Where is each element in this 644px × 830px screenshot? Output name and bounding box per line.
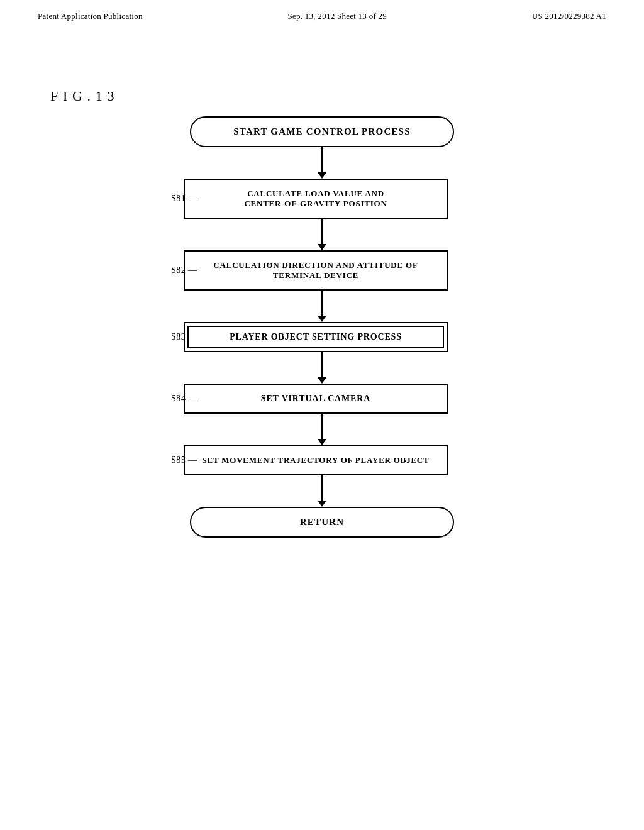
header-left: Patent Application Publication [38,11,143,21]
header-center: Sep. 13, 2012 Sheet 13 of 29 [288,11,387,21]
header-right: US 2012/0229382 A1 [532,11,606,21]
arrow-2 [318,219,326,250]
arrow-4 [318,352,326,384]
arrow-1 [318,147,326,179]
step-label-s82: S82 — [171,265,197,275]
step-row-s81: S81 — CALCULATE LOAD VALUE AND CENTER-OF… [146,179,498,219]
arrow-3 [318,290,326,322]
step-row-s85: S85 — SET MOVEMENT TRAJECTORY OF PLAYER … [146,445,498,475]
flowchart: START GAME CONTROL PROCESS S81 — CALCULA… [146,116,498,538]
step-row-s83: S83 — PLAYER OBJECT SETTING PROCESS [146,322,498,352]
arrow-6 [318,475,326,507]
box-s81: CALCULATE LOAD VALUE AND CENTER-OF-GRAVI… [184,179,448,219]
page-header: Patent Application Publication Sep. 13, … [0,0,644,28]
step-label-s85: S85 — [171,455,197,465]
box-s83: PLAYER OBJECT SETTING PROCESS [184,322,448,352]
return-terminal: RETURN [190,507,454,538]
box-s82: CALCULATION DIRECTION AND ATTITUDE OF TE… [184,250,448,290]
step-label-s84: S84 — [171,394,197,404]
step-row-s84: S84 — SET VIRTUAL CAMERA [146,384,498,414]
figure-title: F I G . 1 3 [50,88,115,104]
step-label-s81: S81 — [171,194,197,204]
box-s85: SET MOVEMENT TRAJECTORY OF PLAYER OBJECT [184,445,448,475]
box-s84: SET VIRTUAL CAMERA [184,384,448,414]
start-terminal: START GAME CONTROL PROCESS [190,116,454,147]
arrow-5 [318,414,326,445]
step-row-s82: S82 — CALCULATION DIRECTION AND ATTITUDE… [146,250,498,290]
